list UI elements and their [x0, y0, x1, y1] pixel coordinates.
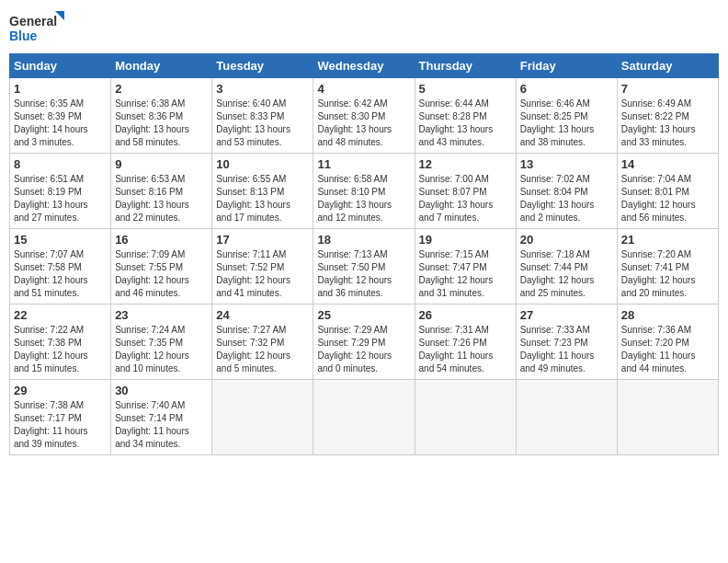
day-cell: 30Sunrise: 7:40 AM Sunset: 7:14 PM Dayli… [111, 380, 212, 455]
header: General Blue [9, 9, 719, 46]
day-number: 5 [419, 82, 512, 96]
week-row-3: 15Sunrise: 7:07 AM Sunset: 7:58 PM Dayli… [10, 229, 719, 304]
day-number: 23 [115, 308, 208, 322]
day-cell: 18Sunrise: 7:13 AM Sunset: 7:50 PM Dayli… [313, 229, 415, 304]
day-cell: 5Sunrise: 6:44 AM Sunset: 8:28 PM Daylig… [415, 78, 516, 154]
week-row-4: 22Sunrise: 7:22 AM Sunset: 7:38 PM Dayli… [10, 304, 719, 380]
day-number: 2 [115, 82, 208, 96]
day-cell: 13Sunrise: 7:02 AM Sunset: 8:04 PM Dayli… [516, 154, 617, 229]
day-cell: 10Sunrise: 6:55 AM Sunset: 8:13 PM Dayli… [212, 154, 313, 229]
day-cell: 14Sunrise: 7:04 AM Sunset: 8:01 PM Dayli… [617, 154, 718, 229]
day-cell: 26Sunrise: 7:31 AM Sunset: 7:26 PM Dayli… [415, 304, 516, 380]
week-row-2: 8Sunrise: 6:51 AM Sunset: 8:19 PM Daylig… [10, 154, 719, 229]
day-info: Sunrise: 7:22 AM Sunset: 7:38 PM Dayligh… [14, 324, 107, 375]
day-number: 22 [14, 308, 107, 322]
day-info: Sunrise: 7:02 AM Sunset: 8:04 PM Dayligh… [520, 173, 613, 224]
day-number: 18 [317, 233, 410, 247]
day-cell [212, 380, 313, 455]
week-row-1: 1Sunrise: 6:35 AM Sunset: 8:39 PM Daylig… [10, 78, 719, 154]
day-cell: 8Sunrise: 6:51 AM Sunset: 8:19 PM Daylig… [10, 154, 111, 229]
day-cell: 9Sunrise: 6:53 AM Sunset: 8:16 PM Daylig… [111, 154, 212, 229]
day-number: 16 [115, 233, 208, 247]
day-info: Sunrise: 6:44 AM Sunset: 8:28 PM Dayligh… [419, 98, 512, 149]
day-cell: 20Sunrise: 7:18 AM Sunset: 7:44 PM Dayli… [516, 229, 617, 304]
day-cell [617, 380, 718, 455]
day-cell: 4Sunrise: 6:42 AM Sunset: 8:30 PM Daylig… [313, 78, 415, 154]
day-info: Sunrise: 7:40 AM Sunset: 7:14 PM Dayligh… [115, 399, 208, 451]
day-info: Sunrise: 6:49 AM Sunset: 8:22 PM Dayligh… [621, 98, 714, 149]
day-info: Sunrise: 6:55 AM Sunset: 8:13 PM Dayligh… [216, 173, 309, 224]
day-number: 9 [115, 157, 208, 171]
day-number: 8 [14, 157, 107, 171]
svg-text:General: General [9, 14, 57, 29]
day-cell: 11Sunrise: 6:58 AM Sunset: 8:10 PM Dayli… [313, 154, 415, 229]
day-cell [313, 380, 415, 455]
day-number: 19 [419, 233, 512, 247]
day-number: 11 [317, 157, 410, 171]
day-number: 14 [621, 157, 714, 171]
day-cell: 16Sunrise: 7:09 AM Sunset: 7:55 PM Dayli… [111, 229, 212, 304]
day-info: Sunrise: 7:20 AM Sunset: 7:41 PM Dayligh… [621, 248, 714, 300]
header-cell-wednesday: Wednesday [313, 54, 415, 78]
day-cell: 3Sunrise: 6:40 AM Sunset: 8:33 PM Daylig… [212, 78, 313, 154]
day-cell [415, 380, 516, 455]
day-cell: 27Sunrise: 7:33 AM Sunset: 7:23 PM Dayli… [516, 304, 617, 380]
day-cell: 19Sunrise: 7:15 AM Sunset: 7:47 PM Dayli… [415, 229, 516, 304]
day-info: Sunrise: 7:09 AM Sunset: 7:55 PM Dayligh… [115, 248, 208, 300]
day-cell: 24Sunrise: 7:27 AM Sunset: 7:32 PM Dayli… [212, 304, 313, 380]
calendar-header-row: SundayMondayTuesdayWednesdayThursdayFrid… [10, 54, 719, 78]
logo: General Blue [9, 9, 64, 46]
day-info: Sunrise: 6:51 AM Sunset: 8:19 PM Dayligh… [14, 173, 107, 224]
day-info: Sunrise: 7:38 AM Sunset: 7:17 PM Dayligh… [14, 399, 107, 451]
day-info: Sunrise: 6:58 AM Sunset: 8:10 PM Dayligh… [317, 173, 410, 224]
day-number: 27 [520, 308, 613, 322]
header-cell-saturday: Saturday [617, 54, 718, 78]
day-info: Sunrise: 7:33 AM Sunset: 7:23 PM Dayligh… [520, 324, 613, 375]
day-cell: 17Sunrise: 7:11 AM Sunset: 7:52 PM Dayli… [212, 229, 313, 304]
header-cell-friday: Friday [516, 54, 617, 78]
day-number: 20 [520, 233, 613, 247]
calendar-table: SundayMondayTuesdayWednesdayThursdayFrid… [9, 53, 719, 455]
day-cell: 21Sunrise: 7:20 AM Sunset: 7:41 PM Dayli… [617, 229, 718, 304]
header-cell-thursday: Thursday [415, 54, 516, 78]
day-info: Sunrise: 7:13 AM Sunset: 7:50 PM Dayligh… [317, 248, 410, 300]
day-info: Sunrise: 6:38 AM Sunset: 8:36 PM Dayligh… [115, 98, 208, 149]
day-cell: 1Sunrise: 6:35 AM Sunset: 8:39 PM Daylig… [10, 78, 111, 154]
day-cell: 22Sunrise: 7:22 AM Sunset: 7:38 PM Dayli… [10, 304, 111, 380]
day-info: Sunrise: 6:53 AM Sunset: 8:16 PM Dayligh… [115, 173, 208, 224]
day-info: Sunrise: 6:35 AM Sunset: 8:39 PM Dayligh… [14, 98, 107, 149]
day-info: Sunrise: 6:46 AM Sunset: 8:25 PM Dayligh… [520, 98, 613, 149]
day-cell: 6Sunrise: 6:46 AM Sunset: 8:25 PM Daylig… [516, 78, 617, 154]
day-number: 13 [520, 157, 613, 171]
day-info: Sunrise: 7:24 AM Sunset: 7:35 PM Dayligh… [115, 324, 208, 375]
day-number: 25 [317, 308, 410, 322]
day-number: 1 [14, 82, 107, 96]
day-number: 28 [621, 308, 714, 322]
day-cell: 7Sunrise: 6:49 AM Sunset: 8:22 PM Daylig… [617, 78, 718, 154]
day-info: Sunrise: 7:00 AM Sunset: 8:07 PM Dayligh… [419, 173, 512, 224]
day-number: 10 [216, 157, 309, 171]
day-info: Sunrise: 7:29 AM Sunset: 7:29 PM Dayligh… [317, 324, 410, 375]
day-number: 7 [621, 82, 714, 96]
day-number: 29 [14, 384, 107, 397]
svg-text:Blue: Blue [9, 29, 38, 43]
day-info: Sunrise: 7:15 AM Sunset: 7:47 PM Dayligh… [419, 248, 512, 300]
day-info: Sunrise: 6:40 AM Sunset: 8:33 PM Dayligh… [216, 98, 309, 149]
day-number: 15 [14, 233, 107, 247]
day-number: 3 [216, 82, 309, 96]
week-row-5: 29Sunrise: 7:38 AM Sunset: 7:17 PM Dayli… [10, 380, 719, 455]
day-info: Sunrise: 6:42 AM Sunset: 8:30 PM Dayligh… [317, 98, 410, 149]
day-info: Sunrise: 7:27 AM Sunset: 7:32 PM Dayligh… [216, 324, 309, 375]
day-number: 30 [115, 384, 208, 397]
day-number: 17 [216, 233, 309, 247]
day-number: 6 [520, 82, 613, 96]
day-info: Sunrise: 7:04 AM Sunset: 8:01 PM Dayligh… [621, 173, 714, 224]
day-cell: 28Sunrise: 7:36 AM Sunset: 7:20 PM Dayli… [617, 304, 718, 380]
day-cell [516, 380, 617, 455]
day-cell: 12Sunrise: 7:00 AM Sunset: 8:07 PM Dayli… [415, 154, 516, 229]
day-info: Sunrise: 7:36 AM Sunset: 7:20 PM Dayligh… [621, 324, 714, 375]
day-cell: 23Sunrise: 7:24 AM Sunset: 7:35 PM Dayli… [111, 304, 212, 380]
header-cell-tuesday: Tuesday [212, 54, 313, 78]
day-number: 4 [317, 82, 410, 96]
day-cell: 29Sunrise: 7:38 AM Sunset: 7:17 PM Dayli… [10, 380, 111, 455]
